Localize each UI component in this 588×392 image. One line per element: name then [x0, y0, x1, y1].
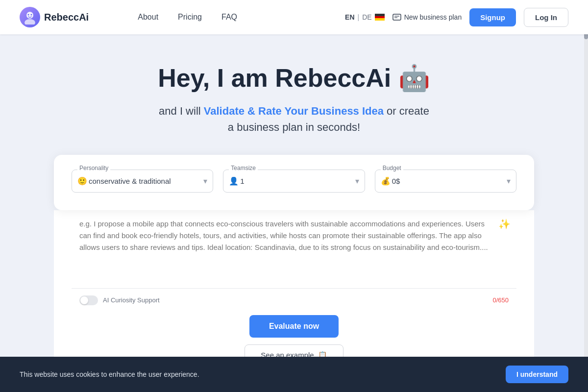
svg-point-3 [31, 14, 32, 16]
new-business-plan-label: New business plan [404, 13, 462, 21]
subtitle-before: and I will [159, 105, 204, 117]
login-button[interactable]: Log In [524, 8, 568, 27]
svg-point-2 [28, 14, 29, 16]
idea-textarea[interactable] [72, 210, 516, 289]
budget-label: Budget [381, 165, 403, 172]
cookie-accept-button[interactable]: I understand [506, 366, 568, 383]
lang-de[interactable]: DE [362, 13, 371, 21]
personality-select[interactable]: conservative & traditional innovative & … [72, 170, 213, 193]
personality-select-wrapper: 🙂 conservative & traditional innovative … [72, 170, 213, 193]
svg-rect-7 [393, 14, 401, 20]
lang-en[interactable]: EN [345, 13, 354, 21]
personality-label: Personality [77, 165, 110, 172]
teamsize-label: Teamsize [229, 165, 258, 172]
budget-field: Budget 💰 0$ < 1,000$ 1,000$ - 10,000$ > … [375, 170, 516, 193]
subtitle-after: or create [384, 105, 429, 117]
personality-field: Personality 🙂 conservative & traditional… [72, 170, 213, 193]
svg-point-1 [24, 19, 35, 24]
hero-subtitle: and I will Validate & Rate Your Business… [10, 103, 578, 135]
subtitle-line2: a business plan in seconds! [228, 121, 360, 133]
teamsize-select[interactable]: 1 2-5 6-10 10+ [223, 170, 365, 193]
cookie-bar: This website uses cookies to enhance the… [0, 357, 588, 392]
svg-rect-6 [375, 18, 385, 21]
nav-right: EN | DE New business plan Signup Log In [345, 8, 568, 27]
logo-avatar [20, 7, 40, 27]
brand-name: RebeccAi [44, 12, 89, 23]
svg-rect-4 [375, 14, 385, 16]
subtitle-highlight: Validate & Rate Your Business Idea [204, 105, 384, 117]
svg-rect-5 [375, 16, 385, 18]
document-icon [392, 14, 401, 21]
evaluate-button[interactable]: Evaluate now [249, 315, 339, 338]
lang-icon [375, 14, 385, 21]
cookie-message: This website uses cookies to enhance the… [20, 370, 199, 378]
teamsize-select-wrapper: 👤 1 2-5 6-10 10+ ▾ [223, 170, 365, 193]
navbar: RebeccAi About Pricing FAQ EN | DE New b… [0, 0, 588, 34]
toggle-dot [80, 296, 88, 304]
textarea-footer: AI Curiosity Support 0/650 [72, 291, 516, 305]
signup-button[interactable]: Signup [469, 8, 516, 26]
hero-title: Hey, I am RebeccAi 🤖 [10, 64, 578, 93]
ai-toggle-label: AI Curiosity Support [103, 296, 160, 304]
nav-faq[interactable]: FAQ [221, 13, 237, 22]
ai-curiosity-toggle[interactable] [79, 295, 98, 305]
logo[interactable]: RebeccAi [20, 7, 89, 27]
nav-pricing[interactable]: Pricing [178, 13, 202, 22]
form-card: Personality 🙂 conservative & traditional… [54, 155, 534, 210]
form-row: Personality 🙂 conservative & traditional… [72, 170, 516, 193]
idea-input-wrapper: ✨ AI Curiosity Support 0/650 Evaluate no… [54, 210, 534, 380]
lang-separator: | [358, 13, 360, 21]
budget-select-wrapper: 💰 0$ < 1,000$ 1,000$ - 10,000$ > 10,000$… [375, 170, 516, 193]
nav-links: About Pricing FAQ [138, 13, 237, 22]
scrollbar[interactable] [584, 0, 588, 392]
magic-icon: ✨ [498, 218, 511, 230]
char-count: 0/650 [492, 296, 509, 304]
nav-about[interactable]: About [138, 13, 158, 22]
budget-select[interactable]: 0$ < 1,000$ 1,000$ - 10,000$ > 10,000$ [375, 170, 516, 193]
teamsize-field: Teamsize 👤 1 2-5 6-10 10+ ▾ [223, 170, 365, 193]
lang-switcher: EN | DE [345, 13, 385, 21]
new-business-plan-button[interactable]: New business plan [392, 13, 462, 21]
ai-toggle-row: AI Curiosity Support [79, 295, 160, 305]
hero-section: Hey, I am RebeccAi 🤖 and I will Validate… [0, 34, 588, 392]
